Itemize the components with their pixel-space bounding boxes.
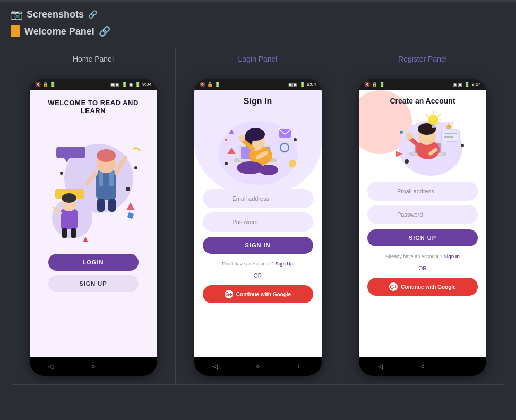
svg-marker-24 xyxy=(126,202,135,210)
recent-nav-btn[interactable]: □ xyxy=(131,361,141,372)
svg-point-23 xyxy=(60,172,63,175)
register-email-wrapper: 👤 Email address xyxy=(367,182,478,201)
email-input-wrapper: 👤 Email address xyxy=(203,189,313,208)
login-status-bar: 🔇🔒🔋 ▣▣🔋9:04 xyxy=(194,79,322,90)
register-or-divider: OR xyxy=(367,265,478,271)
login-panel-phone-wrapper: 🔇🔒🔋 ▣▣🔋9:04 Sign In xyxy=(176,70,340,384)
svg-point-35 xyxy=(237,161,263,174)
login-panel-header: Login Panel xyxy=(176,48,340,70)
home-status-left: 🔇🔒🔋 xyxy=(35,82,56,87)
login-back-btn[interactable]: ◁ xyxy=(210,361,221,372)
home-panel-phone-wrapper: 🔇🔒🔋 ▣▣🔋▣ 🔋 9:04 WELCOME TO READ AND LEAR… xyxy=(11,70,176,384)
google-signup-button[interactable]: G+ Continue with Google xyxy=(367,278,478,296)
register-email-input[interactable]: Email address xyxy=(367,182,478,201)
login-title: Sign In xyxy=(244,97,272,106)
register-recent-btn[interactable]: □ xyxy=(460,361,470,372)
svg-rect-63 xyxy=(441,130,460,141)
sign-up-link[interactable]: Sign Up xyxy=(275,261,293,267)
home-nav-btn[interactable]: ○ xyxy=(88,361,99,372)
svg-rect-15 xyxy=(61,209,78,229)
google-icon: G+ xyxy=(225,290,233,298)
svg-marker-25 xyxy=(83,237,88,242)
svg-point-70 xyxy=(405,159,409,164)
sign-in-link[interactable]: Sign In xyxy=(444,254,460,259)
svg-rect-2 xyxy=(56,147,85,158)
svg-point-21 xyxy=(126,187,130,191)
password-input[interactable]: Password xyxy=(203,212,313,232)
google-signin-button[interactable]: G+ Continue with Google xyxy=(203,285,313,303)
svg-rect-14 xyxy=(108,199,116,212)
register-google-icon: G+ xyxy=(389,282,398,291)
orange-rect-icon xyxy=(11,25,20,37)
login-recent-btn[interactable]: □ xyxy=(295,361,306,372)
svg-point-55 xyxy=(428,115,438,125)
sign-up-register-button[interactable]: SIGN UP xyxy=(367,229,478,246)
register-back-btn[interactable]: ◁ xyxy=(375,361,385,372)
welcome-panel-title: Welcome Panel 🔗 xyxy=(11,25,505,37)
back-nav-btn[interactable]: ◁ xyxy=(46,361,56,372)
home-status-bar: 🔇🔒🔋 ▣▣🔋▣ 🔋 9:04 xyxy=(30,79,157,90)
home-panel-header: Home Panel xyxy=(11,48,176,70)
password-input-wrapper: 🔒 Password xyxy=(203,212,313,232)
login-home-btn[interactable]: ○ xyxy=(253,361,263,372)
login-nav-bar: ◁ ○ □ xyxy=(194,357,322,376)
login-button[interactable]: LOGIN xyxy=(48,254,139,271)
svg-text:👍: 👍 xyxy=(445,123,452,130)
login-status-left: 🔇🔒🔋 xyxy=(200,82,220,87)
login-status-right: ▣▣🔋9:04 xyxy=(288,82,316,87)
register-home-btn[interactable]: ○ xyxy=(417,361,428,372)
svg-point-71 xyxy=(461,144,464,147)
home-illustration xyxy=(46,120,141,247)
svg-rect-13 xyxy=(97,199,105,212)
login-form: 👤 Email address 🔒 Password SIGN IN xyxy=(203,189,313,303)
svg-rect-56 xyxy=(432,124,435,128)
register-title: Create an Account xyxy=(390,97,455,105)
page-header: 📷 Screenshots 🔗 Welcome Panel 🔗 xyxy=(0,2,516,48)
home-nav-bar: ◁ ○ □ xyxy=(30,357,157,376)
register-status-right: ▣▣🔋9:04 xyxy=(453,82,481,87)
home-screen: WELCOME TO READ AND LEARN xyxy=(30,90,157,357)
dont-have-account-text: Don't have an Account ? Sign Up xyxy=(203,261,313,267)
svg-point-22 xyxy=(134,166,137,169)
register-phone: 🔇🔒🔋 ▣▣🔋9:04 Create an Account xyxy=(359,79,486,376)
svg-point-72 xyxy=(400,131,403,134)
panels-container: Home Panel Login Panel Register Panel 🔇🔒… xyxy=(11,48,505,385)
login-screen: Sign In xyxy=(194,90,322,357)
svg-line-59 xyxy=(426,114,428,116)
svg-rect-19 xyxy=(62,228,67,238)
register-password-wrapper: 🔒 Password xyxy=(367,205,478,224)
panels-body: 🔇🔒🔋 ▣▣🔋▣ 🔋 9:04 WELCOME TO READ AND LEAR… xyxy=(11,70,505,384)
link-icon-welcome: 🔗 xyxy=(99,25,110,37)
register-status-left: 🔇🔒🔋 xyxy=(364,82,385,87)
signup-button[interactable]: SIGN UP xyxy=(48,275,139,292)
svg-line-58 xyxy=(438,114,441,116)
email-input[interactable]: Email address xyxy=(203,189,313,208)
home-phone: 🔇🔒🔋 ▣▣🔋▣ 🔋 9:04 WELCOME TO READ AND LEAR… xyxy=(30,79,157,376)
register-panel-header: Register Panel xyxy=(340,48,505,70)
register-illustration: 👍 xyxy=(380,108,465,177)
svg-point-45 xyxy=(225,162,228,165)
svg-rect-8 xyxy=(109,170,114,186)
svg-point-46 xyxy=(294,138,297,141)
register-screen: Create an Account xyxy=(359,90,486,357)
login-illustration xyxy=(216,110,300,185)
home-status-right: ▣▣🔋▣ 🔋 9:04 xyxy=(110,82,152,87)
register-nav-bar: ◁ ○ □ xyxy=(359,357,486,376)
panels-header-row: Home Panel Login Panel Register Panel xyxy=(11,48,505,70)
sign-in-button[interactable]: SIGN IN xyxy=(203,237,313,254)
svg-point-36 xyxy=(259,165,278,175)
svg-point-47 xyxy=(225,139,227,141)
svg-point-39 xyxy=(239,135,245,141)
screenshots-title: 📷 Screenshots 🔗 xyxy=(11,8,505,20)
register-status-bar: 🔇🔒🔋 ▣▣🔋9:04 xyxy=(359,79,486,90)
register-panel-phone-wrapper: 🔇🔒🔋 ▣▣🔋9:04 Create an Account xyxy=(340,70,505,384)
already-have-account-text: Already have an Account ? Sign In xyxy=(367,254,478,259)
register-password-input[interactable]: Password xyxy=(367,205,478,224)
camera-icon: 📷 xyxy=(11,8,22,20)
svg-point-17 xyxy=(62,193,76,203)
svg-point-61 xyxy=(406,132,413,140)
svg-rect-26 xyxy=(127,212,134,219)
svg-rect-20 xyxy=(71,228,76,238)
home-welcome-title: WELCOME TO READ AND LEARN xyxy=(38,99,149,115)
svg-point-10 xyxy=(97,149,116,162)
